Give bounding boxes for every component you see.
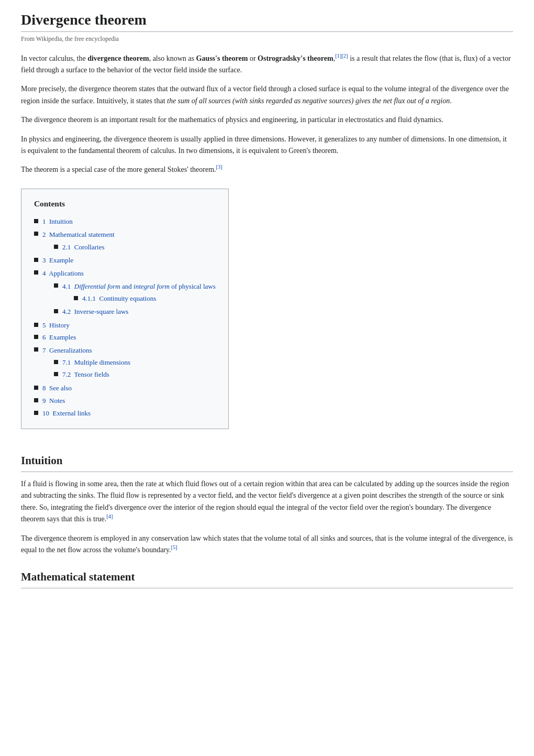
toc-item-2: 2 Mathematical statement 2.1 Corollaries (34, 229, 216, 254)
term-ostrogradsky-theorem: Ostrogradsky's theorem (258, 54, 333, 62)
toc-bullet-7-1 (54, 360, 58, 364)
toc-link-8[interactable]: 8 See also (42, 383, 72, 394)
toc-link-10[interactable]: 10 External links (42, 408, 91, 419)
toc-bullet-6 (34, 335, 38, 339)
toc-link-5[interactable]: 5 History (42, 320, 70, 331)
ref-5[interactable]: [5] (171, 544, 177, 550)
toc-bullet-9 (34, 398, 38, 402)
toc-link-4-1-1[interactable]: 4.1.1 Continuity equations (82, 293, 156, 304)
toc-title: Contents (34, 198, 216, 211)
toc-bullet-5 (34, 323, 38, 327)
toc-sub-4: 4.1 Differential form and integral form … (54, 281, 216, 317)
toc-bullet-4-1-1 (74, 296, 78, 300)
toc-item-7: 7 Generalizations 7.1 Multiple dimension… (34, 345, 216, 381)
toc-item-4-1: 4.1 Differential form and integral form … (54, 281, 216, 305)
section-title-mathematical-statement: Mathematical statement (21, 568, 513, 588)
toc-link-4-2[interactable]: 4.2 Inverse-square laws (62, 306, 128, 317)
intro-paragraph-2: More precisely, the divergence theorem s… (21, 83, 513, 107)
italic-statement: the sum of all sources (with sinks regar… (167, 97, 450, 105)
intro-paragraph-4: In physics and engineering, the divergen… (21, 134, 513, 157)
section-title-intuition: Intuition (21, 452, 513, 472)
toc-item-7-1: 7.1 Multiple dimensions (54, 357, 130, 368)
toc-italic-diff: Differential form (74, 282, 120, 290)
toc-link-9[interactable]: 9 Notes (42, 396, 65, 407)
toc-sub-2: 2.1 Corollaries (54, 242, 115, 253)
toc-link-4[interactable]: 4 Applications (42, 269, 84, 277)
toc-item-1: 1 Intuition (34, 216, 216, 227)
toc-link-7-1[interactable]: 7.1 Multiple dimensions (62, 357, 130, 368)
ref-4[interactable]: [4] (106, 514, 113, 520)
toc-bullet-2 (34, 232, 38, 236)
intuition-paragraph-2: The divergence theorem is employed in an… (21, 533, 513, 556)
toc-link-2-1[interactable]: 2.1 Corollaries (62, 242, 105, 253)
toc-bullet-10 (34, 411, 38, 415)
page-subtitle: From Wikipedia, the free encyclopedia (21, 34, 513, 44)
intuition-paragraph-1: If a fluid is flowing in some area, then… (21, 478, 513, 525)
toc-bullet-2-1 (54, 245, 58, 249)
toc-item-8: 8 See also (34, 383, 216, 394)
toc-item-4-2: 4.2 Inverse-square laws (54, 306, 216, 317)
ref-1-2[interactable]: [1][2] (335, 53, 348, 59)
intro-paragraph-3: The divergence theorem is an important r… (21, 114, 513, 126)
toc-bullet-3 (34, 258, 38, 262)
toc-sub-7: 7.1 Multiple dimensions 7.2 Tensor field… (54, 357, 130, 380)
toc-bullet-4 (34, 270, 38, 275)
toc-item-3: 3 Example (34, 255, 216, 266)
intro-paragraph-5: The theorem is a special case of the mor… (21, 164, 513, 176)
toc-link-1[interactable]: 1 Intuition (42, 216, 73, 227)
toc-italic-int: integral form (134, 282, 170, 290)
toc-link-3[interactable]: 3 Example (42, 255, 73, 266)
toc-item-9: 9 Notes (34, 396, 216, 407)
term-gauss-theorem: Gauss's theorem (196, 54, 248, 62)
toc-item-10: 10 External links (34, 408, 216, 419)
toc-link-2[interactable]: 2 Mathematical statement (42, 231, 115, 238)
toc-link-4-1[interactable]: 4.1 Differential form and integral form … (62, 282, 216, 290)
intro-paragraph-1: In vector calculus, the divergence theor… (21, 53, 513, 76)
toc-bullet-4-1 (54, 283, 58, 288)
toc-link-7[interactable]: 7 Generalizations (42, 346, 92, 354)
page-title: Divergence theorem (21, 10, 513, 32)
toc-bullet-1 (34, 219, 38, 223)
toc-link-6[interactable]: 6 Examples (42, 332, 76, 343)
toc-sub-4-1: 4.1.1 Continuity equations (74, 293, 216, 304)
toc-list: 1 Intuition 2 Mathematical statement 2.1… (34, 216, 216, 419)
toc-link-7-2[interactable]: 7.2 Tensor fields (62, 369, 109, 380)
toc-bullet-8 (34, 386, 38, 390)
toc-item-7-2: 7.2 Tensor fields (54, 369, 130, 380)
table-of-contents: Contents 1 Intuition 2 Mathematical stat… (21, 189, 229, 430)
toc-item-2-1: 2.1 Corollaries (54, 242, 115, 253)
toc-item-5: 5 History (34, 320, 216, 331)
toc-item-4-1-1: 4.1.1 Continuity equations (74, 293, 216, 304)
toc-bullet-7-2 (54, 372, 58, 376)
toc-item-4: 4 Applications 4.1 Differential form and… (34, 268, 216, 318)
term-divergence-theorem: divergence theorem (87, 54, 149, 62)
toc-item-6: 6 Examples (34, 332, 216, 343)
toc-bullet-4-2 (54, 309, 58, 313)
toc-bullet-7 (34, 347, 38, 352)
ref-3[interactable]: [3] (216, 165, 222, 170)
